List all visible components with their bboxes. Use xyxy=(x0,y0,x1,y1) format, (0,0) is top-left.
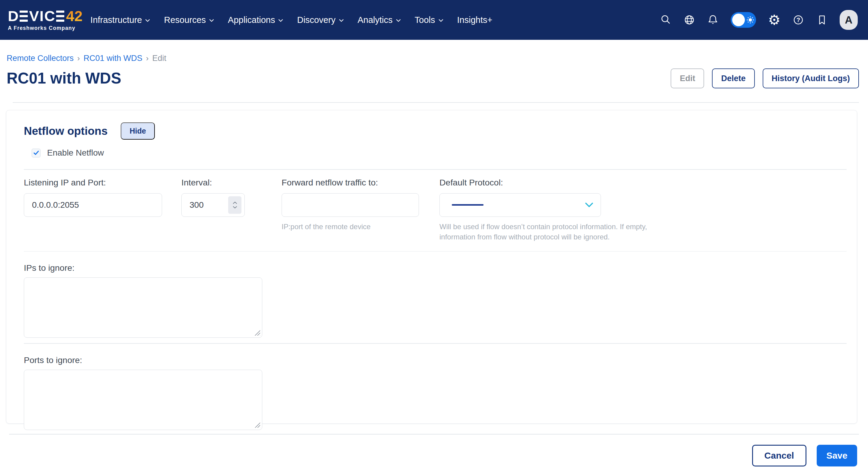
breadcrumb-separator: › xyxy=(77,54,80,63)
interval-stepper[interactable] xyxy=(228,196,242,214)
history-audit-logs-button[interactable]: History (Audit Logs) xyxy=(763,68,859,88)
menu-tools[interactable]: Tools xyxy=(415,15,443,25)
section-title: Netflow options xyxy=(24,125,107,137)
default-protocol-label: Default Protocol: xyxy=(439,177,651,188)
ips-to-ignore-label: IPs to ignore: xyxy=(24,262,846,273)
device42-logo[interactable]: D VIC 42 A Freshworks Company xyxy=(8,9,83,31)
menu-infrastructure[interactable]: Infrastructure xyxy=(91,15,150,25)
chevron-down-icon xyxy=(209,19,214,22)
bookmark-icon[interactable] xyxy=(816,14,828,26)
edit-button[interactable]: Edit xyxy=(671,68,704,88)
logo-e-bars-icon xyxy=(56,10,64,22)
page-title: RC01 with WDS xyxy=(7,69,121,88)
enable-netflow-checkbox[interactable] xyxy=(32,149,40,158)
save-button[interactable]: Save xyxy=(817,445,857,467)
breadcrumb-current: Edit xyxy=(152,54,166,63)
sun-icon xyxy=(746,16,754,24)
enable-netflow-label: Enable Netflow xyxy=(47,148,104,158)
menu-label: Insights+ xyxy=(457,15,493,25)
toggle-knob xyxy=(732,13,745,26)
listening-ip-port-input[interactable] xyxy=(24,193,162,217)
logo-letter: D xyxy=(8,9,19,24)
logo-wordmark: D VIC 42 xyxy=(8,9,83,24)
user-avatar[interactable]: A xyxy=(840,10,858,30)
menu-analytics[interactable]: Analytics xyxy=(358,15,401,25)
svg-text:?: ? xyxy=(797,16,800,23)
menu-resources[interactable]: Resources xyxy=(164,15,214,25)
notifications-bell-icon[interactable] xyxy=(707,14,719,26)
divider xyxy=(24,169,846,170)
hide-section-button[interactable]: Hide xyxy=(121,123,155,140)
forward-netflow-help: IP:port of the remote device xyxy=(282,222,439,232)
breadcrumb: Remote Collectors › RC01 with WDS › Edit xyxy=(7,54,859,63)
menu-label: Applications xyxy=(228,15,275,25)
breadcrumb-remote-collectors[interactable]: Remote Collectors xyxy=(7,54,74,63)
divider xyxy=(9,434,859,435)
checkmark-icon xyxy=(33,150,39,155)
menu-insights-plus[interactable]: Insights+ xyxy=(457,15,493,25)
ports-to-ignore-label: Ports to ignore: xyxy=(24,354,846,366)
logo-e-bars-icon xyxy=(20,10,28,22)
globe-icon[interactable] xyxy=(684,14,695,26)
listening-ip-port-label: Listening IP and Port: xyxy=(24,177,181,188)
page-header: Remote Collectors › RC01 with WDS › Edit… xyxy=(0,40,868,103)
avatar-initial: A xyxy=(845,14,852,26)
stepper-down-icon[interactable] xyxy=(233,206,237,209)
interval-label: Interval: xyxy=(181,177,282,188)
chevron-down-icon xyxy=(438,19,443,22)
breadcrumb-rc01[interactable]: RC01 with WDS xyxy=(84,54,143,63)
divider xyxy=(13,102,859,103)
breadcrumb-separator: › xyxy=(146,54,149,63)
forward-netflow-label: Forward netflow traffic to: xyxy=(282,177,439,188)
chevron-down-icon xyxy=(145,19,150,22)
settings-gear-icon[interactable]: ⚙ xyxy=(768,13,780,27)
form-footer: Cancel Save xyxy=(0,445,868,467)
navbar-icon-group: ⚙ ? A xyxy=(660,10,858,30)
menu-applications[interactable]: Applications xyxy=(228,15,283,25)
cancel-button[interactable]: Cancel xyxy=(752,445,806,467)
divider xyxy=(24,251,846,252)
divider xyxy=(24,343,846,344)
chevron-down-icon xyxy=(585,202,593,207)
selected-option-dash xyxy=(452,204,484,206)
netflow-options-card: Netflow options Hide Enable Netflow List… xyxy=(6,110,857,424)
help-icon[interactable]: ? xyxy=(793,14,804,26)
delete-button[interactable]: Delete xyxy=(712,68,754,88)
menu-label: Discovery xyxy=(297,15,335,25)
title-action-buttons: Edit Delete History (Audit Logs) xyxy=(671,68,859,88)
default-protocol-select[interactable] xyxy=(439,193,601,217)
logo-accent-42: 42 xyxy=(66,9,83,24)
theme-toggle[interactable] xyxy=(731,12,756,28)
search-icon[interactable] xyxy=(660,14,672,26)
menu-label: Tools xyxy=(415,15,435,25)
ips-to-ignore-textarea[interactable] xyxy=(24,277,262,338)
menu-label: Resources xyxy=(164,15,206,25)
chevron-down-icon xyxy=(396,19,401,22)
chevron-down-icon xyxy=(339,19,344,22)
chevron-down-icon xyxy=(278,19,283,22)
menu-label: Analytics xyxy=(358,15,393,25)
default-protocol-help: Will be used if flow doesn’t contain pro… xyxy=(439,222,648,242)
menu-label: Infrastructure xyxy=(91,15,142,25)
top-navbar: D VIC 42 A Freshworks Company Infrastruc… xyxy=(0,0,868,40)
ports-to-ignore-textarea[interactable] xyxy=(24,370,262,430)
forward-netflow-input[interactable] xyxy=(282,193,419,217)
logo-tagline: A Freshworks Company xyxy=(8,25,83,31)
stepper-up-icon[interactable] xyxy=(233,201,237,204)
menu-discovery[interactable]: Discovery xyxy=(297,15,343,25)
logo-letters: VIC xyxy=(29,9,56,24)
main-menu: Infrastructure Resources Applications Di… xyxy=(91,15,493,25)
